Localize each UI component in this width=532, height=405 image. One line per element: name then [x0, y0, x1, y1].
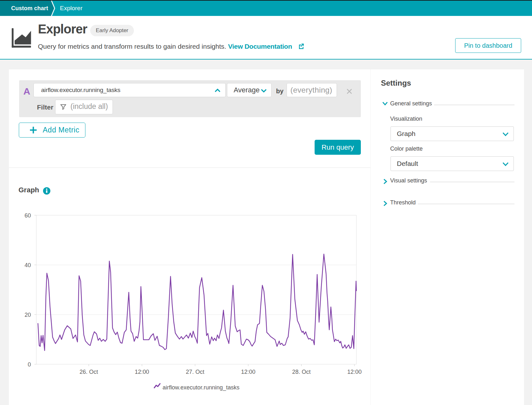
svg-text:26. Oct: 26. Oct: [80, 369, 98, 375]
svg-text:12:00: 12:00: [135, 369, 149, 375]
svg-text:60: 60: [25, 212, 31, 219]
svg-text:27. Oct: 27. Oct: [186, 369, 204, 375]
svg-text:28. Oct: 28. Oct: [292, 369, 310, 375]
svg-text:0: 0: [28, 361, 31, 368]
svg-text:20: 20: [25, 312, 31, 318]
svg-text:40: 40: [25, 262, 31, 268]
svg-text:12:00: 12:00: [241, 369, 255, 375]
svg-text:12:00: 12:00: [347, 369, 361, 375]
svg-text:airflow.executor.running_tasks: airflow.executor.running_tasks: [163, 384, 239, 391]
